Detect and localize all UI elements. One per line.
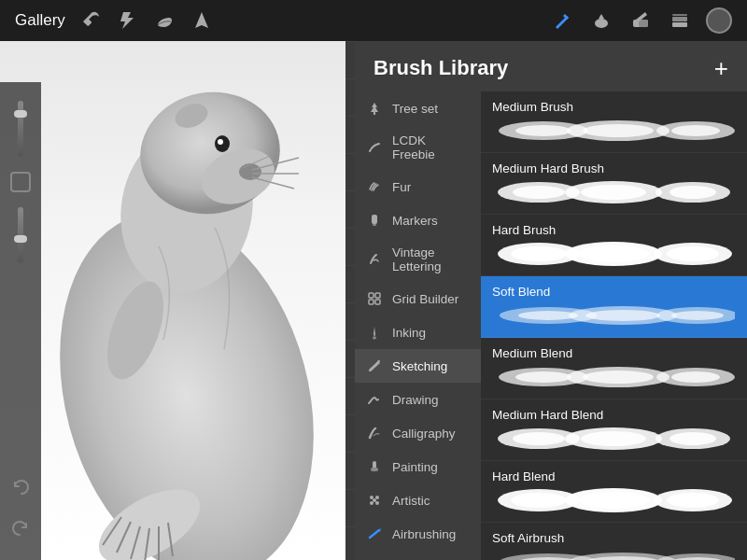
brush-name-medium-hard-blend: Medium Hard Blend: [492, 408, 736, 422]
svg-rect-30: [369, 293, 374, 298]
svg-rect-35: [373, 461, 376, 469]
svg-rect-28: [372, 215, 377, 224]
opacity-slider[interactable]: [18, 101, 23, 157]
svg-point-1: [595, 19, 608, 28]
brush-item-medium-hard-blend[interactable]: Medium Hard Blend: [481, 399, 747, 461]
svg-rect-4: [672, 22, 687, 27]
brush-item-hard-brush[interactable]: Hard Brush: [481, 215, 747, 276]
svg-rect-3: [639, 20, 648, 27]
svg-point-61: [513, 186, 565, 199]
brush-name-soft-blend: Soft Blend: [492, 285, 736, 299]
svg-rect-36: [371, 468, 378, 471]
brush-preview-hard-brush: [492, 241, 736, 267]
category-icon-painting: [366, 458, 383, 475]
brush-preview-medium-brush: [492, 118, 736, 144]
svg-point-93: [667, 493, 719, 508]
brush-preview-medium-hard-brush: [492, 179, 736, 205]
brush-name-hard-blend: Hard Blend: [492, 469, 736, 483]
eraser-icon[interactable]: [627, 7, 654, 34]
brush-preview-medium-hard-blend: [492, 426, 736, 452]
brush-library-title: Brush Library: [374, 56, 508, 80]
category-label-calligraphy: Calligraphy: [392, 427, 456, 441]
svg-point-38: [375, 496, 379, 499]
brush-item-soft-airbrush[interactable]: Soft Airbrush: [481, 523, 747, 560]
svg-rect-33: [375, 300, 380, 304]
brush-preview-hard-blend: [492, 487, 736, 513]
brush-name-soft-airbrush: Soft Airbrush: [492, 531, 736, 545]
category-item-drawing[interactable]: Drawing: [355, 383, 481, 416]
category-label-markers: Markers: [392, 214, 438, 228]
layers-icon[interactable]: [667, 7, 693, 34]
svg-point-92: [578, 492, 649, 509]
blend-icon[interactable]: [588, 7, 614, 34]
avatar[interactable]: [706, 7, 732, 34]
category-label-artistic: Artistic: [392, 494, 430, 508]
svg-rect-29: [373, 224, 376, 226]
svg-point-55: [515, 125, 571, 136]
svg-point-75: [671, 311, 724, 320]
category-item-grid-builder[interactable]: Grid Builder: [355, 282, 481, 315]
brush-item-hard-blend[interactable]: Hard Blend: [481, 461, 747, 523]
category-label-vintage-lettering: Vintage Lettering: [392, 245, 470, 273]
toolbar: Gallery: [0, 0, 747, 41]
brush-item-medium-blend[interactable]: Medium Blend: [481, 338, 747, 399]
svg-point-73: [518, 311, 578, 320]
category-icon-lcdk-freebie: [366, 139, 383, 156]
svg-point-41: [373, 498, 376, 502]
navigate-icon[interactable]: [189, 7, 215, 34]
brush-item-soft-blend[interactable]: Soft Blend: [481, 276, 747, 338]
svg-point-63: [669, 186, 716, 199]
svg-point-79: [515, 371, 571, 383]
category-item-artistic[interactable]: Artistic: [355, 483, 481, 517]
redo-button[interactable]: [7, 515, 34, 541]
brush-item-medium-brush[interactable]: Medium Brush: [481, 91, 747, 153]
size-slider[interactable]: [18, 207, 23, 263]
category-list: Tree setLCDK FreebieFurMarkersVintage Le…: [355, 91, 481, 560]
svg-point-34: [373, 337, 376, 340]
category-item-calligraphy[interactable]: Calligraphy: [355, 416, 481, 450]
category-label-inking: Inking: [392, 326, 426, 340]
brush-name-medium-hard-brush: Medium Hard Brush: [492, 161, 736, 175]
add-brush-button[interactable]: +: [714, 56, 728, 80]
undo-button[interactable]: [7, 474, 34, 500]
category-label-sketching: Sketching: [392, 359, 447, 373]
svg-rect-32: [369, 300, 374, 304]
category-item-airbrushing[interactable]: Airbrushing: [355, 517, 481, 551]
category-item-textures[interactable]: Textures: [355, 551, 481, 560]
svg-point-40: [375, 501, 379, 505]
smudge-icon[interactable]: [151, 7, 177, 34]
brush-item-medium-hard-brush[interactable]: Medium Hard Brush: [481, 153, 747, 215]
category-item-painting[interactable]: Painting: [355, 450, 481, 483]
category-item-vintage-lettering[interactable]: Vintage Lettering: [355, 237, 481, 282]
svg-point-74: [585, 310, 660, 321]
category-item-fur[interactable]: Fur: [355, 170, 481, 203]
svg-point-87: [669, 432, 716, 445]
svg-point-68: [578, 245, 649, 262]
brush-preview-medium-blend: [492, 364, 736, 390]
gallery-button[interactable]: Gallery: [15, 11, 65, 30]
category-item-inking[interactable]: Inking: [355, 315, 481, 349]
left-sidebar: [0, 82, 41, 560]
wrench-icon[interactable]: [77, 7, 103, 34]
toolbar-right: [549, 7, 732, 34]
category-item-lcdk-freebie[interactable]: LCDK Freebie: [355, 125, 481, 170]
selection-tool[interactable]: [10, 172, 31, 192]
category-item-markers[interactable]: Markers: [355, 203, 481, 237]
category-item-tree-set[interactable]: Tree set: [355, 91, 481, 125]
svg-rect-5: [672, 17, 687, 21]
category-icon-drawing: [366, 391, 383, 408]
brush-name-medium-brush: Medium Brush: [492, 100, 736, 114]
drawing-canvas: [0, 41, 345, 560]
category-icon-airbrushing: [366, 525, 383, 542]
svg-point-80: [583, 371, 654, 384]
category-label-airbrushing: Airbrushing: [392, 527, 456, 541]
brush-library-body: Tree setLCDK FreebieFurMarkersVintage Le…: [355, 91, 747, 560]
toolbar-left: Gallery: [15, 7, 215, 34]
pen-icon[interactable]: [549, 7, 575, 34]
category-label-grid-builder: Grid Builder: [392, 292, 458, 306]
svg-point-37: [370, 496, 374, 499]
magic-icon[interactable]: [114, 7, 140, 34]
category-item-sketching[interactable]: Sketching: [355, 349, 481, 383]
category-icon-fur: [366, 178, 383, 195]
category-label-lcdk-freebie: LCDK Freebie: [392, 133, 470, 161]
